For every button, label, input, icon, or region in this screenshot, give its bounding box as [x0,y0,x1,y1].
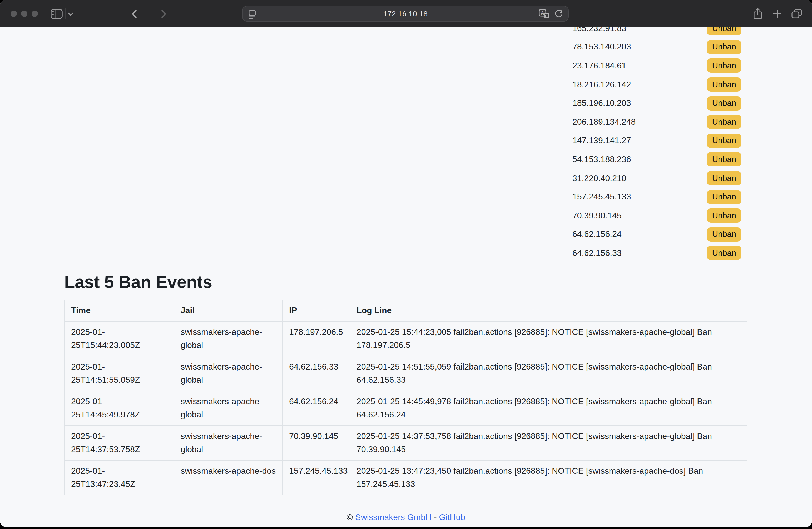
footer: © Swissmakers GmbH - GitHub [0,513,812,522]
logline-cell: 2025-01-25 14:45:49,978 fail2ban.actions… [350,391,747,426]
unban-button[interactable]: Unban [707,40,741,54]
logline-cell: 2025-01-25 14:37:53,758 fail2ban.actions… [350,426,747,460]
github-link[interactable]: GitHub [439,513,465,521]
ip-address: 78.153.140.203 [572,42,631,52]
banned-ip-row: 23.176.184.61Unban [561,56,747,75]
toolbar-divider [65,9,66,19]
banned-ip-row: 70.39.90.145Unban [561,206,747,225]
ip-address: 206.189.134.248 [572,117,636,127]
banned-ip-row: 147.139.141.27Unban [561,131,747,150]
share-icon[interactable] [753,8,763,19]
table-body: 2025-01-25T15:44:23.005Zswissmakers-apac… [64,321,747,495]
unban-button[interactable]: Unban [707,227,741,241]
unban-button[interactable]: Unban [707,171,741,185]
section-divider [64,265,747,265]
banned-ip-row: 157.245.45.133Unban [561,188,747,206]
reload-icon[interactable] [554,9,563,18]
unban-button[interactable]: Unban [707,134,741,148]
ip-cell: 70.39.90.145 [282,426,350,460]
url-text: 172.16.10.18 [243,10,568,18]
address-bar[interactable]: 172.16.10.18 A [242,6,569,21]
time-cell: 2025-01-25T15:44:23.005Z [64,321,174,356]
banned-ip-row: 165.232.91.83Unban [561,27,747,38]
screen: 172.16.10.18 A [0,0,812,529]
table-row: 2025-01-25T13:47:23.45Zswissmakers-apach… [64,460,747,495]
page-content: 165.232.91.83Unban78.153.140.203Unban23.… [0,27,812,527]
ban-events-table: Time Jail IP Log Line 2025-01-25T15:44:2… [64,299,747,495]
banned-ip-row: 54.153.188.236Unban [561,150,747,169]
ip-address: 31.220.40.210 [572,174,626,183]
logline-cell: 2025-01-25 14:51:55,059 fail2ban.actions… [350,356,747,391]
ip-address: 165.232.91.83 [572,27,626,33]
jail-cell: swissmakers-apache-global [174,426,282,460]
ip-cell: 157.245.45.133 [282,460,350,495]
new-tab-icon[interactable] [772,9,782,18]
fullscreen-window-button[interactable] [32,11,38,17]
jail-cell: swissmakers-apache-global [174,391,282,426]
ip-address: 147.139.141.27 [572,136,631,146]
unban-button[interactable]: Unban [707,246,741,260]
jail-cell: swissmakers-apache-global [174,321,282,356]
safari-window: 172.16.10.18 A [0,0,812,527]
logline-cell: 2025-01-25 15:44:23,005 fail2ban.actions… [350,321,747,356]
unban-button[interactable]: Unban [707,27,741,35]
browser-toolbar: 172.16.10.18 A [0,0,812,27]
chevron-down-icon[interactable] [68,12,74,16]
column-header-logline: Log Line [350,300,747,321]
banned-ip-row: 64.62.156.24Unban [561,225,747,244]
unban-button[interactable]: Unban [707,152,741,166]
tabs-icon[interactable] [792,9,802,18]
table-row: 2025-01-25T14:51:55.059Zswissmakers-apac… [64,356,747,391]
sidebar-icon[interactable] [50,9,63,19]
forward-icon[interactable] [161,9,166,19]
column-header-time: Time [64,300,174,321]
unban-button[interactable]: Unban [707,115,741,129]
table-row: 2025-01-25T14:37:53.758Zswissmakers-apac… [64,426,747,460]
time-cell: 2025-01-25T14:45:49.978Z [64,391,174,426]
table-row: 2025-01-25T14:45:49.978Zswissmakers-apac… [64,391,747,426]
time-cell: 2025-01-25T14:51:55.059Z [64,356,174,391]
ip-address: 54.153.188.236 [572,155,631,164]
back-icon[interactable] [132,9,137,19]
jail-cell: swissmakers-apache-global [174,356,282,391]
ip-address: 18.216.126.142 [572,80,631,89]
banned-ip-row: 18.216.126.142Unban [561,75,747,94]
time-cell: 2025-01-25T13:47:23.45Z [64,460,174,495]
unban-button[interactable]: Unban [707,59,741,73]
ip-cell: 178.197.206.5 [282,321,350,356]
ip-cell: 64.62.156.33 [282,356,350,391]
ip-address: 185.196.10.203 [572,99,631,108]
minimize-window-button[interactable] [21,11,27,17]
copyright-symbol: © [347,513,353,521]
close-window-button[interactable] [11,11,17,17]
time-cell: 2025-01-25T14:37:53.758Z [64,426,174,460]
ip-address: 64.62.156.33 [572,248,622,258]
unban-button[interactable]: Unban [707,190,741,204]
banned-ip-row: 185.196.10.203Unban [561,94,747,113]
column-header-ip: IP [282,300,350,321]
footer-separator: - [434,513,437,521]
ban-events-heading: Last 5 Ban Events [64,272,212,292]
table-header-row: Time Jail IP Log Line [64,300,747,321]
banned-ip-row: 206.189.134.248Unban [561,113,747,131]
ip-address: 157.245.45.133 [572,192,631,202]
banned-ip-list: 165.232.91.83Unban78.153.140.203Unban23.… [561,27,747,262]
logline-cell: 2025-01-25 13:47:23,450 fail2ban.actions… [350,460,747,495]
translate-icon[interactable]: A [539,9,550,18]
unban-button[interactable]: Unban [707,96,741,110]
banned-ip-row: 31.220.40.210Unban [561,169,747,188]
ip-address: 70.39.90.145 [572,211,622,220]
banned-ip-row: 64.62.156.33Unban [561,244,747,262]
company-link[interactable]: Swissmakers GmbH [355,513,432,521]
table-row: 2025-01-25T15:44:23.005Zswissmakers-apac… [64,321,747,356]
ip-cell: 64.62.156.24 [282,391,350,426]
unban-button[interactable]: Unban [707,208,741,223]
column-header-jail: Jail [174,300,282,321]
unban-button[interactable]: Unban [707,77,741,92]
ip-address: 64.62.156.24 [572,230,622,239]
ip-address: 23.176.184.61 [572,61,626,71]
banned-ip-row: 78.153.140.203Unban [561,38,747,56]
svg-text:A: A [541,10,545,16]
jail-cell: swissmakers-apache-dos [174,460,282,495]
